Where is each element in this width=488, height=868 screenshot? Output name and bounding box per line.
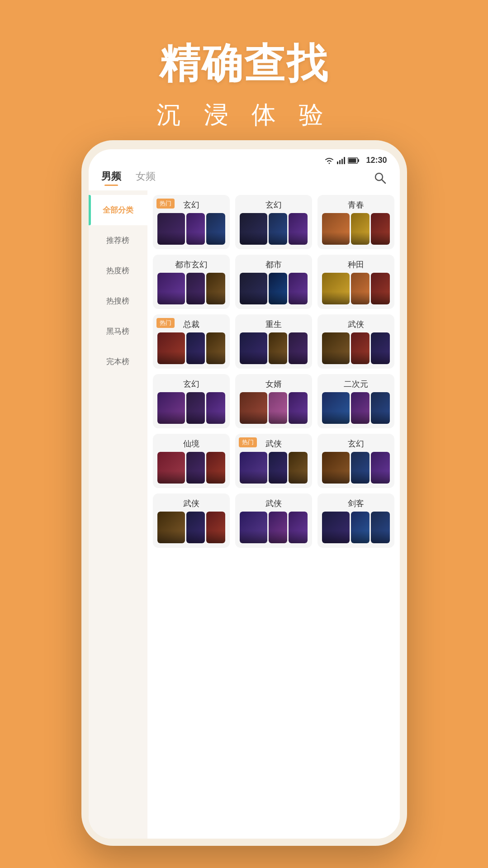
genre-card-5-2[interactable]: 剑客	[317, 493, 394, 548]
cover-2	[371, 213, 389, 245]
cover-1	[269, 392, 287, 424]
genre-card-0-2[interactable]: 青春	[317, 195, 394, 249]
genre-card-2-2[interactable]: 武侠	[317, 314, 394, 369]
tab-male[interactable]: 男频	[101, 170, 121, 186]
cover-0	[240, 512, 268, 543]
cover-1	[186, 332, 205, 364]
genre-card-5-1[interactable]: 武侠	[235, 493, 312, 548]
genre-card-title: 剑客	[322, 498, 390, 509]
hero-subtitle: 沉 浸 体 验	[0, 99, 488, 132]
genre-covers	[322, 392, 390, 424]
cover-1	[351, 332, 370, 364]
status-time: 12:30	[366, 156, 387, 165]
cover-1	[351, 273, 370, 304]
genre-card-title: 玄幻	[322, 438, 390, 449]
genre-card-1-0[interactable]: 都市玄幻	[153, 255, 230, 309]
sidebar-item-all[interactable]: 全部分类	[89, 195, 147, 225]
cover-1	[351, 392, 370, 424]
genre-covers	[322, 452, 390, 484]
cover-1	[186, 392, 205, 424]
cover-2	[206, 273, 225, 304]
cover-0	[240, 452, 268, 484]
genre-card-3-0[interactable]: 玄幻	[153, 374, 230, 428]
grid-row-2: 热门总裁重生武侠	[153, 314, 394, 369]
genre-card-2-0[interactable]: 热门总裁	[153, 314, 230, 369]
cover-0	[157, 273, 185, 304]
genre-card-2-1[interactable]: 重生	[235, 314, 312, 369]
sidebar-item-search[interactable]: 热搜榜	[89, 286, 147, 316]
hero-section: 精确查找 沉 浸 体 验	[0, 0, 488, 132]
cover-2	[289, 392, 307, 424]
cover-0	[157, 213, 185, 245]
cover-1	[186, 273, 205, 304]
genre-card-0-0[interactable]: 热门玄幻	[153, 195, 230, 249]
genre-covers	[240, 213, 308, 245]
cover-0	[240, 332, 268, 364]
genre-card-4-1[interactable]: 热门武侠	[235, 434, 312, 488]
genre-covers	[157, 273, 225, 304]
cover-1	[269, 213, 287, 245]
cover-1	[186, 452, 205, 484]
genre-card-title: 武侠	[157, 498, 225, 509]
cover-0	[322, 452, 350, 484]
sidebar-item-recommended[interactable]: 推荐榜	[89, 225, 147, 256]
grid-row-0: 热门玄幻玄幻青春	[153, 195, 394, 249]
cover-0	[240, 392, 268, 424]
cover-2	[289, 332, 307, 364]
sidebar-item-complete[interactable]: 完本榜	[89, 346, 147, 377]
cover-2	[206, 392, 225, 424]
cover-0	[322, 512, 350, 543]
cover-1	[269, 332, 287, 364]
genre-card-4-2[interactable]: 玄幻	[317, 434, 394, 488]
search-button[interactable]	[373, 171, 387, 185]
grid-row-4: 仙境热门武侠玄幻	[153, 434, 394, 488]
genre-card-title: 二次元	[322, 379, 390, 389]
cover-2	[371, 392, 389, 424]
genre-card-title: 玄幻	[157, 379, 225, 389]
hot-badge: 热门	[156, 199, 175, 209]
cover-0	[240, 273, 268, 304]
status-icons	[324, 157, 360, 164]
cover-1	[269, 273, 287, 304]
genre-card-5-0[interactable]: 武侠	[153, 493, 230, 548]
sidebar-item-hot[interactable]: 热度榜	[89, 256, 147, 286]
cover-0	[240, 213, 268, 245]
genre-card-4-0[interactable]: 仙境	[153, 434, 230, 488]
cover-2	[206, 452, 225, 484]
cover-2	[371, 452, 389, 484]
genre-covers	[157, 213, 225, 245]
cover-2	[289, 213, 307, 245]
svg-rect-5	[349, 158, 356, 162]
cover-2	[289, 452, 307, 484]
genre-card-3-1[interactable]: 女婿	[235, 374, 312, 428]
cover-2	[206, 512, 225, 543]
genre-covers	[240, 273, 308, 304]
cover-0	[322, 392, 350, 424]
cover-2	[206, 332, 225, 364]
wifi-icon	[324, 157, 334, 164]
cover-2	[371, 273, 389, 304]
sidebar-item-dark-horse[interactable]: 黑马榜	[89, 316, 147, 346]
genre-card-1-2[interactable]: 种田	[317, 255, 394, 309]
grid-row-3: 玄幻女婿二次元	[153, 374, 394, 428]
cover-2	[371, 332, 389, 364]
genre-card-0-1[interactable]: 玄幻	[235, 195, 312, 249]
svg-line-8	[382, 180, 385, 183]
cover-0	[157, 332, 185, 364]
tab-female[interactable]: 女频	[136, 170, 156, 186]
genre-covers	[322, 213, 390, 245]
cover-0	[157, 512, 185, 543]
genre-card-title: 重生	[240, 319, 308, 330]
genre-covers	[157, 512, 225, 543]
genre-card-1-1[interactable]: 都市	[235, 255, 312, 309]
cover-2	[289, 273, 307, 304]
cover-0	[322, 273, 350, 304]
genre-covers	[240, 332, 308, 364]
genre-card-3-2[interactable]: 二次元	[317, 374, 394, 428]
genre-card-title: 女婿	[240, 379, 308, 389]
cover-1	[269, 512, 287, 543]
cover-1	[351, 512, 370, 543]
hero-title: 精确查找	[0, 36, 488, 91]
genre-covers	[240, 512, 308, 543]
genre-covers	[240, 392, 308, 424]
